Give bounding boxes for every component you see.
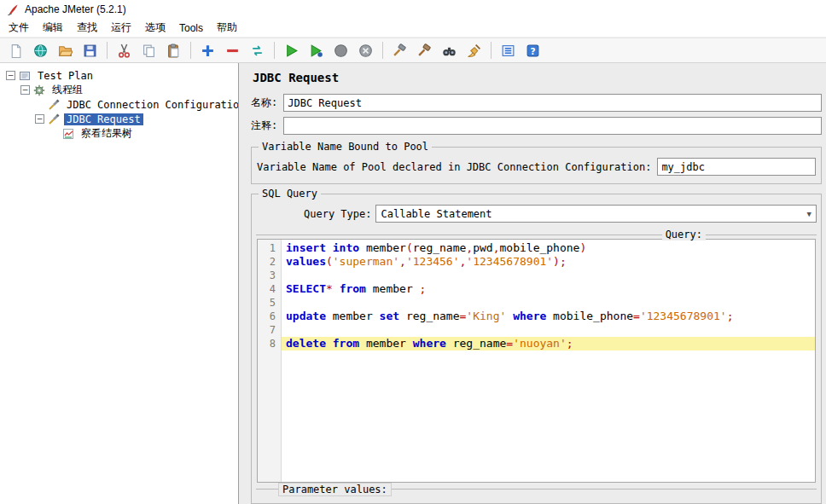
parameter-values-border: Parameter values: (256, 489, 817, 499)
content: −Test Plan−线程组JDBC Connection Configurat… (0, 63, 826, 504)
code-line-2: values('superman','123456','12345678901'… (282, 255, 815, 269)
toolbar-separator (274, 42, 275, 59)
save-button[interactable] (79, 40, 102, 61)
menu-options[interactable]: 选项 (138, 19, 172, 37)
menu-file[interactable]: 文件 (2, 19, 36, 37)
search-icon (442, 43, 457, 58)
pool-name-label: Variable Name of Pool declared in JDBC C… (257, 161, 651, 173)
line-number: 7 (258, 323, 276, 337)
query-type-value: Callable Statement (381, 208, 492, 220)
line-number: 6 (258, 310, 276, 323)
stop-button[interactable] (329, 40, 352, 61)
line-number-gutter: 12345678 (258, 240, 282, 482)
sql-group-title: SQL Query (259, 188, 321, 200)
menubar: 文件编辑查找运行选项Tools帮助 (0, 19, 826, 38)
expand-all-button[interactable] (196, 40, 219, 61)
line-number: 2 (258, 255, 276, 269)
templates-button[interactable] (29, 40, 52, 61)
start-no-pauses-button[interactable] (305, 40, 328, 61)
code-line-5 (282, 296, 815, 310)
remote-shutdown-button[interactable] (413, 40, 436, 61)
test-plan-icon (19, 70, 32, 82)
copy-button[interactable] (137, 40, 160, 61)
clear-icon (467, 43, 481, 58)
new-file-button[interactable] (4, 40, 27, 61)
code-line-3 (282, 269, 815, 282)
remote-start-button[interactable] (388, 40, 411, 61)
tree-collapse-handle[interactable]: − (20, 85, 30, 95)
jdbc-request-icon (48, 113, 61, 125)
code-line-4: SELECT* from member ; (282, 282, 815, 296)
chevron-down-icon: ▼ (807, 210, 811, 218)
start-button[interactable] (280, 40, 303, 61)
pool-group-title: Variable Name Bound to Pool (259, 141, 432, 153)
tree-node-label: JDBC Request (64, 113, 143, 125)
start-icon (284, 43, 299, 58)
function-helper-button[interactable] (497, 40, 520, 61)
tree-node-label: JDBC Connection Configuration (64, 99, 239, 111)
jmeter-logo-icon (7, 3, 20, 16)
tree-collapse-handle[interactable]: − (6, 71, 15, 80)
templates-icon (33, 43, 48, 58)
save-icon (83, 43, 97, 58)
query-box: Query: 12345678 insert into member(reg_n… (256, 235, 817, 484)
remote-start-icon (393, 43, 407, 58)
expand-all-icon (201, 43, 215, 58)
query-border-title: Query: (662, 229, 706, 240)
clear-button[interactable] (462, 40, 486, 61)
pool-group: Variable Name Bound to Pool Variable Nam… (251, 147, 822, 184)
tree-node-label: 察看结果树 (79, 126, 135, 141)
comment-input[interactable] (283, 117, 822, 135)
line-number: 8 (258, 337, 276, 350)
toolbar-separator (491, 42, 492, 59)
paste-icon (166, 43, 181, 58)
line-number: 4 (258, 282, 276, 296)
code-line-6: update member set reg_name='King' where … (282, 310, 815, 323)
sql-editor[interactable]: 12345678 insert into member(reg_name,pwd… (257, 239, 816, 483)
function-helper-icon (501, 43, 515, 58)
collapse-all-button[interactable] (221, 40, 244, 61)
comment-label: 注释: (251, 119, 277, 133)
main-panel: JDBC Request 名称: 注释: Variable Name Bound… (244, 63, 826, 504)
toolbar-separator (382, 42, 383, 59)
tree-node-label: Test Plan (35, 70, 96, 82)
menu-run[interactable]: 运行 (104, 19, 138, 37)
search-button[interactable] (438, 40, 461, 61)
code-area: insert into member(reg_name,pwd,mobile_p… (282, 240, 815, 482)
menu-help[interactable]: 帮助 (210, 19, 244, 37)
titlebar: Apache JMeter (5.2.1) (0, 0, 826, 19)
tree-node-view-results-tree[interactable]: 察看结果树 (0, 126, 238, 141)
collapse-all-icon (225, 43, 240, 58)
help-button[interactable]: ? (521, 40, 544, 61)
cut-icon (117, 43, 131, 58)
cut-button[interactable] (113, 40, 136, 61)
menu-search[interactable]: 查找 (70, 19, 104, 37)
pool-name-input[interactable] (657, 158, 816, 176)
toolbar-separator (107, 42, 108, 59)
stop-icon (334, 43, 348, 58)
paste-button[interactable] (162, 40, 185, 61)
toolbar: ? (0, 38, 826, 63)
thread-group-icon (33, 84, 46, 96)
tree-node-test-plan[interactable]: −Test Plan (0, 68, 238, 83)
open-icon (58, 43, 73, 58)
menu-tools[interactable]: Tools (172, 20, 210, 36)
jmeter-window: Apache JMeter (5.2.1) 文件编辑查找运行选项Tools帮助 … (0, 0, 826, 504)
tree-panel: −Test Plan−线程组JDBC Connection Configurat… (0, 63, 239, 504)
tree-node-jdbc-request[interactable]: −JDBC Request (0, 112, 238, 126)
tree-collapse-handle[interactable]: − (35, 114, 44, 124)
svg-text:?: ? (530, 45, 535, 56)
menu-edit[interactable]: 编辑 (36, 19, 70, 37)
tree-node-thread-group[interactable]: −线程组 (0, 83, 238, 97)
query-type-select[interactable]: Callable Statement ▼ (375, 205, 817, 223)
sql-query-group: SQL Query Query Type: Callable Statement… (251, 194, 822, 504)
tree-node-jdbc-connection-configuration[interactable]: JDBC Connection Configuration (0, 97, 238, 112)
name-input[interactable] (283, 94, 822, 112)
code-line-1: insert into member(reg_name,pwd,mobile_p… (282, 241, 815, 255)
shutdown-button[interactable] (354, 40, 377, 61)
line-number: 3 (258, 269, 276, 282)
open-button[interactable] (54, 40, 77, 61)
name-label: 名称: (251, 96, 277, 110)
toggle-button[interactable] (246, 40, 269, 61)
code-line-8: delete from member where reg_name='nuoya… (282, 337, 815, 350)
